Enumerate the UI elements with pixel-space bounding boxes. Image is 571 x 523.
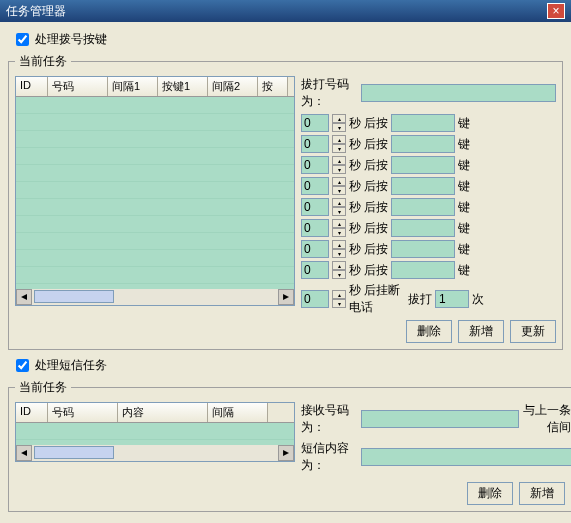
key-suffix-1: 键: [458, 136, 470, 153]
delay-label-6: 秒 后按: [349, 241, 388, 258]
sms-col-id[interactable]: ID: [16, 403, 48, 422]
sms-delete-button[interactable]: 删除: [467, 482, 513, 505]
hangup-spinner[interactable]: ▴▾: [332, 290, 346, 308]
delay-label-2: 秒 后按: [349, 157, 388, 174]
sms-col-interval[interactable]: 间隔: [208, 403, 268, 422]
delay-spinner-5[interactable]: ▴▾: [332, 219, 346, 237]
delay-input-4[interactable]: [301, 198, 329, 216]
recv-number-label: 接收号码为：: [301, 402, 357, 436]
scroll-left-icon[interactable]: ◂: [16, 289, 32, 305]
key-suffix-5: 键: [458, 220, 470, 237]
sms-add-button[interactable]: 新增: [519, 482, 565, 505]
key-suffix-7: 键: [458, 262, 470, 279]
delay-spinner-3[interactable]: ▴▾: [332, 177, 346, 195]
col-key1[interactable]: 按键1: [158, 77, 208, 96]
dial-add-button[interactable]: 新增: [458, 320, 504, 343]
sms-col-content[interactable]: 内容: [118, 403, 208, 422]
dial-count-suffix: 次: [472, 291, 484, 308]
key-input-1[interactable]: [391, 135, 455, 153]
delay-spinner-1[interactable]: ▴▾: [332, 135, 346, 153]
dial-hscroll[interactable]: ◂ ▸: [16, 289, 294, 305]
delay-label-4: 秒 后按: [349, 199, 388, 216]
sms-fieldset: 当前任务 ID 号码 内容 间隔 ◂ ▸: [8, 379, 571, 512]
key-suffix-3: 键: [458, 178, 470, 195]
key-input-5[interactable]: [391, 219, 455, 237]
delay-input-7[interactable]: [301, 261, 329, 279]
titlebar: 任务管理器 ×: [0, 0, 571, 22]
delay-label-1: 秒 后按: [349, 136, 388, 153]
sms-checkbox[interactable]: [16, 359, 29, 372]
key-suffix-0: 键: [458, 115, 470, 132]
dial-update-button[interactable]: 更新: [510, 320, 556, 343]
dial-checkbox[interactable]: [16, 33, 29, 46]
sms-content-label: 短信内容为：: [301, 440, 357, 474]
dial-grid-header: ID 号码 间隔1 按键1 间隔2 按: [16, 77, 294, 97]
sms-content-input[interactable]: [361, 448, 571, 466]
key-input-7[interactable]: [391, 261, 455, 279]
dial-count-prefix: 拔打: [408, 291, 432, 308]
dial-number-label: 拔打号码为：: [301, 76, 357, 110]
key-input-6[interactable]: [391, 240, 455, 258]
sms-col-number[interactable]: 号码: [48, 403, 118, 422]
interval-label: 与上一条短信间隔: [523, 402, 571, 436]
dial-checkbox-label: 处理拨号按键: [35, 32, 107, 46]
col-number[interactable]: 号码: [48, 77, 108, 96]
dial-grid-body[interactable]: [16, 97, 294, 291]
sms-grid-header: ID 号码 内容 间隔: [16, 403, 294, 423]
delay-input-0[interactable]: [301, 114, 329, 132]
sms-grid-body[interactable]: [16, 423, 294, 447]
dial-grid[interactable]: ID 号码 间隔1 按键1 间隔2 按 ◂ ▸: [15, 76, 295, 306]
close-icon[interactable]: ×: [547, 3, 565, 19]
main-panel: 处理拨号按键 当前任务 ID 号码 间隔1 按键1 间隔2 按 ◂: [0, 22, 571, 523]
key-input-0[interactable]: [391, 114, 455, 132]
sms-scroll-left-icon[interactable]: ◂: [16, 445, 32, 461]
sms-scroll-track[interactable]: [32, 445, 278, 461]
dial-count-input[interactable]: [435, 290, 469, 308]
recv-number-input[interactable]: [361, 410, 519, 428]
key-input-2[interactable]: [391, 156, 455, 174]
sms-hscroll[interactable]: ◂ ▸: [16, 445, 294, 461]
sms-checkbox-label: 处理短信任务: [35, 358, 107, 372]
dial-number-input[interactable]: [361, 84, 556, 102]
col-id[interactable]: ID: [16, 77, 48, 96]
key-input-4[interactable]: [391, 198, 455, 216]
delay-label-0: 秒 后按: [349, 115, 388, 132]
sms-group-legend: 当前任务: [15, 379, 71, 396]
delay-spinner-4[interactable]: ▴▾: [332, 198, 346, 216]
key-suffix-2: 键: [458, 157, 470, 174]
dial-delete-button[interactable]: 删除: [406, 320, 452, 343]
delay-input-6[interactable]: [301, 240, 329, 258]
sms-scroll-thumb[interactable]: [34, 446, 114, 459]
delay-label-3: 秒 后按: [349, 178, 388, 195]
scroll-track[interactable]: [32, 289, 278, 305]
dial-fieldset: 当前任务 ID 号码 间隔1 按键1 间隔2 按 ◂: [8, 53, 563, 350]
delay-spinner-7[interactable]: ▴▾: [332, 261, 346, 279]
key-input-3[interactable]: [391, 177, 455, 195]
dial-group-legend: 当前任务: [15, 53, 71, 70]
key-suffix-4: 键: [458, 199, 470, 216]
scroll-thumb[interactable]: [34, 290, 114, 303]
key-suffix-6: 键: [458, 241, 470, 258]
sms-scroll-right-icon[interactable]: ▸: [278, 445, 294, 461]
col-interval1[interactable]: 间隔1: [108, 77, 158, 96]
delay-spinner-0[interactable]: ▴▾: [332, 114, 346, 132]
delay-input-3[interactable]: [301, 177, 329, 195]
delay-input-1[interactable]: [301, 135, 329, 153]
scroll-right-icon[interactable]: ▸: [278, 289, 294, 305]
sms-grid[interactable]: ID 号码 内容 间隔 ◂ ▸: [15, 402, 295, 462]
delay-input-2[interactable]: [301, 156, 329, 174]
hangup-delay-input[interactable]: [301, 290, 329, 308]
delay-spinner-6[interactable]: ▴▾: [332, 240, 346, 258]
window-title: 任务管理器: [6, 3, 66, 20]
col-interval2[interactable]: 间隔2: [208, 77, 258, 96]
delay-spinner-2[interactable]: ▴▾: [332, 156, 346, 174]
delay-input-5[interactable]: [301, 219, 329, 237]
col-key2[interactable]: 按: [258, 77, 288, 96]
delay-label-5: 秒 后按: [349, 220, 388, 237]
hangup-label: 秒 后挂断电话: [349, 282, 405, 316]
delay-label-7: 秒 后按: [349, 262, 388, 279]
